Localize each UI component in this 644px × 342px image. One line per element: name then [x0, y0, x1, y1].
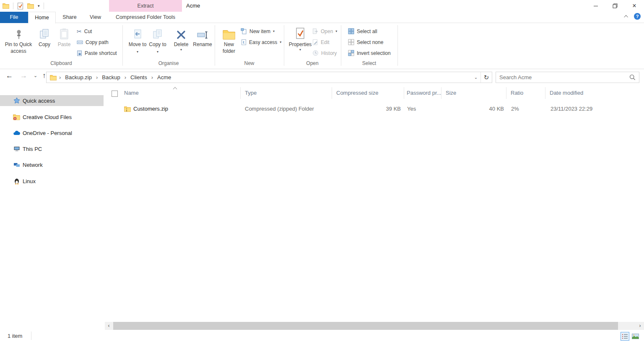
copy-to-icon [152, 25, 163, 40]
large-icons-view-button[interactable] [631, 332, 640, 341]
ribbon-group-organise: Move to ▾ Copy to ▾ Delete ▾ Rename Orga… [122, 23, 215, 69]
tab-home[interactable]: Home [28, 12, 56, 23]
search-input[interactable] [499, 74, 629, 80]
invert-selection-button[interactable]: Invert selection [348, 49, 391, 57]
tab-compressed-folder-tools[interactable]: Compressed Folder Tools [109, 12, 182, 23]
sidebar-item-label: Creative Cloud Files [23, 114, 72, 120]
column-header-ratio[interactable]: Ratio [506, 87, 545, 99]
address-dropdown-icon[interactable]: ⌄ [471, 75, 480, 80]
dropdown-arrow-icon: ▾ [273, 29, 275, 33]
history-icon [312, 50, 319, 56]
rename-button[interactable]: Rename [191, 25, 214, 59]
breadcrumb-item[interactable]: Clients [128, 74, 150, 80]
minimize-button[interactable] [586, 0, 605, 12]
button-label: Open [321, 28, 333, 34]
copy-button[interactable]: Copy [35, 25, 54, 59]
sidebar-item-quick-access[interactable]: Quick access [0, 95, 104, 106]
breadcrumb-item[interactable]: Backup [99, 74, 122, 80]
sidebar-item-onedrive[interactable]: OneDrive - Personal [0, 127, 104, 138]
file-date-modified: 23/11/2023 22:29 [551, 103, 592, 115]
ribbon-tab-row: File Home Share View Compressed Folder T… [0, 12, 644, 23]
pin-icon [13, 25, 24, 40]
address-bar[interactable]: › Backup.zip › Backup › Clients › Acme ⌄… [46, 72, 492, 83]
button-label: Select none [357, 39, 383, 45]
new-folder-button[interactable]: New folder [219, 25, 239, 59]
onedrive-cloud-icon [13, 130, 20, 135]
ribbon-group-clipboard: Pin to Quick access Copy Paste ✂ Cut Cop… [0, 23, 122, 69]
select-all-checkbox[interactable] [112, 91, 118, 97]
pin-to-quick-access-button[interactable]: Pin to Quick access [3, 25, 34, 59]
help-icon[interactable]: ? [634, 13, 641, 20]
select-none-button[interactable]: Select none [348, 38, 383, 47]
button-label: Invert selection [357, 50, 391, 56]
column-label: Date modified [550, 90, 583, 96]
file-compressed-size: 39 KB [332, 103, 401, 115]
contextual-tab-group-header: Extract [109, 0, 182, 12]
button-label: Select all [357, 28, 377, 34]
refresh-icon[interactable]: ↻ [481, 74, 492, 81]
breadcrumb-separator: › [123, 74, 128, 80]
dropdown-arrow-icon: ▾ [335, 29, 337, 33]
tab-share[interactable]: Share [56, 12, 83, 23]
group-label-clipboard: Clipboard [0, 60, 122, 66]
select-all-button[interactable]: Select all [348, 27, 377, 36]
restore-button[interactable] [605, 0, 625, 12]
button-label: Copy to [149, 41, 166, 47]
folder-icon[interactable] [3, 3, 9, 9]
column-header-name[interactable]: Name [109, 87, 241, 99]
column-header-password-protected[interactable]: Password pr... [404, 87, 441, 99]
separator [13, 3, 13, 9]
properties-check-icon[interactable] [17, 3, 23, 10]
cut-button[interactable]: ✂ Cut [77, 27, 92, 36]
dropdown-arrow-icon: ▾ [280, 40, 281, 44]
sidebar-item-this-pc[interactable]: This PC [0, 143, 104, 154]
quick-access-toolbar: ▾ [3, 2, 44, 10]
zip-file-icon [124, 106, 131, 117]
button-label: Paste shortcut [85, 50, 117, 56]
new-item-button[interactable]: New item ▾ [241, 27, 275, 36]
paste-shortcut-icon [77, 50, 82, 56]
column-header-size[interactable]: Size [441, 87, 506, 99]
tab-file[interactable]: File [0, 12, 28, 23]
scrollbar-thumb[interactable] [113, 322, 618, 330]
invert-selection-icon [348, 50, 354, 56]
window-title: Acme [186, 0, 200, 12]
details-view-button[interactable] [621, 332, 629, 341]
search-icon[interactable] [629, 74, 636, 80]
group-label-select: Select [341, 60, 397, 66]
scroll-right-button[interactable]: › [636, 322, 644, 330]
breadcrumb-item[interactable]: Backup.zip [62, 74, 94, 80]
button-label: Easy access [249, 39, 277, 45]
paste-icon [59, 25, 69, 40]
properties-button[interactable]: Properties ▾ [288, 25, 312, 59]
back-button[interactable]: ← [6, 72, 13, 80]
tab-view[interactable]: View [83, 12, 107, 23]
item-count: 1 item [8, 333, 22, 339]
horizontal-scrollbar[interactable]: ‹ › [105, 322, 644, 330]
breadcrumb-item[interactable]: Acme [155, 74, 174, 80]
sidebar-item-linux[interactable]: Linux [0, 176, 104, 187]
customize-qat-dropdown-icon[interactable]: ▾ [38, 2, 40, 10]
group-label-open: Open [284, 60, 341, 66]
up-button[interactable]: ↑ [42, 72, 46, 80]
move-to-button[interactable]: Move to ▾ [128, 25, 147, 59]
sidebar-item-label: Quick access [23, 98, 55, 104]
sidebar-item-creative-cloud-files[interactable]: Creative Cloud Files [0, 111, 104, 122]
delete-button[interactable]: Delete ▾ [171, 25, 191, 59]
close-button[interactable]: × [625, 0, 644, 12]
separator [31, 332, 31, 340]
recent-locations-dropdown-icon[interactable]: ⌄ [34, 73, 37, 78]
easy-access-button[interactable]: Easy access ▾ [241, 38, 281, 47]
column-header-date-modified[interactable]: Date modified [545, 87, 618, 99]
sidebar-item-network[interactable]: Network [0, 159, 104, 170]
scroll-left-button[interactable]: ‹ [105, 322, 113, 330]
column-header-compressed-size[interactable]: Compressed size [332, 87, 404, 99]
breadcrumb-separator: › [94, 74, 99, 80]
folder-icon[interactable] [27, 3, 34, 9]
paste-shortcut-button[interactable]: Paste shortcut [77, 49, 117, 57]
file-password-protected: Yes [407, 103, 416, 115]
copy-path-button[interactable]: Copy path [77, 38, 109, 47]
creative-cloud-folder-icon [13, 114, 20, 120]
copy-to-button[interactable]: Copy to ▾ [148, 25, 167, 59]
column-header-type[interactable]: Type [241, 87, 332, 99]
